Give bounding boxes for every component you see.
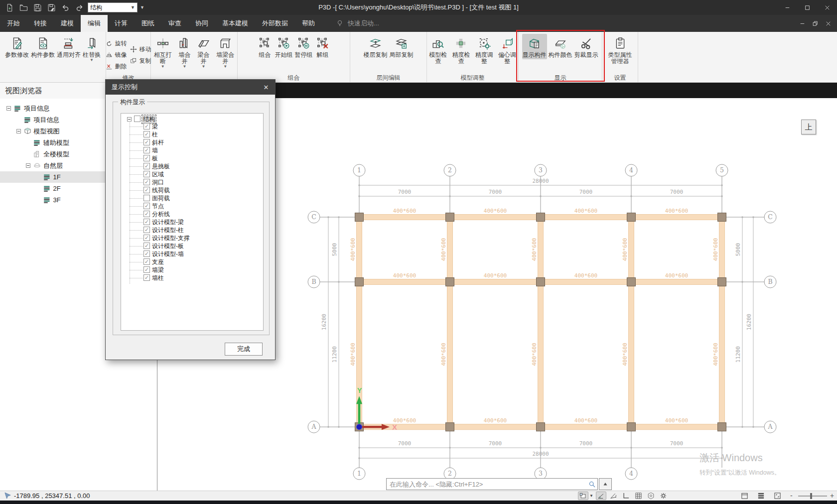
ribbon-button-墙合并[interactable]: 墙合并▼	[175, 34, 193, 70]
beam[interactable]	[447, 217, 453, 427]
dialog-tree-item-设计模型-板[interactable]: ✓设计模型-板	[121, 242, 263, 250]
settings-gear-icon[interactable]	[658, 492, 669, 500]
toolbar-options-dropdown[interactable]: ▼	[140, 5, 144, 10]
column[interactable]	[446, 423, 454, 431]
column[interactable]	[627, 213, 636, 222]
ribbon-button-暂停组[interactable]: 暂停组	[294, 34, 313, 59]
view-type-selector[interactable]: 结构 ▼	[88, 2, 138, 12]
doc-restore-icon[interactable]	[809, 18, 821, 29]
menu-tab-4[interactable]: 编辑	[81, 15, 108, 32]
dialog-tree-item-节点[interactable]: ✓节点	[121, 202, 263, 210]
checkbox-设计模型-梁[interactable]: ✓	[143, 219, 150, 225]
ribbon-button-相互打断[interactable]: 相互打断▼	[151, 34, 174, 70]
command-history-expand-button[interactable]	[599, 478, 612, 490]
ribbon-button-梁合并[interactable]: 梁合并▼	[195, 34, 213, 70]
dialog-tree-item-区域[interactable]: ✓区域	[121, 170, 263, 178]
column[interactable]	[537, 423, 545, 431]
zoom-in-button[interactable]: +	[830, 492, 834, 500]
menu-tab-9[interactable]: 基本建模	[215, 15, 255, 32]
dialog-title-bar[interactable]: 显示控制 ✕	[106, 80, 275, 95]
checkbox-悬挑板[interactable]: ✓	[143, 163, 150, 169]
selection-mode-icon[interactable]	[578, 492, 588, 500]
ribbon-button-精度调整[interactable]: 精度调整	[473, 34, 495, 66]
dialog-tree-item-设计模型-墙[interactable]: ✓设计模型-墙	[121, 250, 263, 258]
ribbon-button-开始组[interactable]: 开始组	[275, 34, 293, 59]
polar-tracking-icon[interactable]	[608, 492, 619, 500]
checkbox-分析线[interactable]: ✓	[143, 211, 150, 217]
column[interactable]	[718, 278, 726, 286]
layout-stacked-icon[interactable]	[756, 492, 766, 500]
dialog-tree-item-墙[interactable]: ✓墙	[121, 146, 263, 154]
ribbon-button-精度检查[interactable]: 精度检查	[450, 34, 472, 66]
beam[interactable]	[629, 217, 634, 427]
checkbox-墙梁[interactable]: ✓	[143, 266, 150, 273]
doc-close-icon[interactable]	[822, 18, 834, 29]
quick-launch[interactable]: 快速启动...	[336, 19, 379, 28]
ribbon-button-复制[interactable]: 复制	[130, 56, 151, 66]
menu-tab-11[interactable]: 帮助	[295, 15, 322, 32]
dialog-tree-item-设计模型-支撑[interactable]: ✓设计模型-支撑	[121, 234, 263, 242]
checkbox-墙[interactable]: ✓	[143, 147, 150, 153]
ribbon-button-显示构件[interactable]: 显示构件	[522, 34, 547, 59]
dialog-tree-root[interactable]: 结构	[121, 115, 263, 123]
dialog-tree-item-支座[interactable]: ✓支座	[121, 258, 263, 266]
beam[interactable]	[719, 217, 725, 427]
checkbox-柱[interactable]: ✓	[143, 131, 150, 137]
dialog-tree-item-梁[interactable]: ✓梁	[121, 123, 263, 130]
open-file-icon[interactable]	[18, 2, 29, 13]
collapse-minus-icon[interactable]	[26, 163, 30, 168]
dialog-tree-item-斜杆[interactable]: ✓斜杆	[121, 138, 263, 146]
dialog-tree-item-悬挑板[interactable]: ✓悬挑板	[121, 162, 263, 170]
column[interactable]	[355, 213, 364, 222]
ribbon-button-组合[interactable]: 组合	[257, 34, 274, 59]
new-file-icon[interactable]	[4, 2, 15, 13]
dialog-tree-item-柱[interactable]: ✓柱	[121, 130, 263, 138]
minimize-icon[interactable]	[777, 0, 797, 15]
checkbox-面荷载[interactable]	[143, 195, 150, 201]
view-cube-icon[interactable]	[646, 492, 656, 500]
menu-tab-2[interactable]: 转接	[27, 15, 54, 32]
ribbon-button-剪裁显示[interactable]: 剪裁显示	[574, 34, 599, 59]
done-button[interactable]: 完成	[225, 343, 263, 356]
grid-icon[interactable]	[633, 492, 644, 500]
column[interactable]	[446, 278, 454, 286]
beam[interactable]	[538, 217, 544, 427]
ribbon-button-移动[interactable]: 移动	[130, 44, 151, 55]
ribbon-button-解组[interactable]: 解组	[314, 34, 331, 59]
checkbox-设计模型-柱[interactable]: ✓	[143, 227, 150, 233]
ribbon-button-构件参数[interactable]: 构件参数	[30, 34, 55, 59]
menu-tab-6[interactable]: 图纸	[135, 15, 161, 32]
checkbox-支座[interactable]: ✓	[143, 258, 150, 265]
ribbon-button-偏心调整[interactable]: 偏心调整	[496, 34, 518, 66]
menu-tab-1[interactable]: 开始	[0, 15, 27, 32]
column[interactable]	[537, 213, 545, 222]
checkbox-区域[interactable]: ✓	[143, 171, 150, 177]
ribbon-button-参数修改[interactable]: 参数修改	[4, 34, 29, 59]
fullscreen-icon[interactable]	[772, 492, 783, 500]
ribbon-button-删除[interactable]: 删除	[106, 61, 127, 72]
column[interactable]	[718, 213, 726, 222]
redo-icon[interactable]	[74, 2, 85, 13]
ribbon-button-墙梁合并[interactable]: 墙梁合并▼	[214, 34, 237, 70]
collapse-minus-icon[interactable]	[6, 106, 11, 111]
close-icon[interactable]	[817, 0, 837, 15]
column[interactable]	[627, 423, 636, 431]
column[interactable]	[627, 278, 636, 286]
ribbon-button-局部复制[interactable]: 局部复制	[389, 34, 414, 59]
ribbon-button-镜像[interactable]: 镜像	[106, 50, 127, 60]
dialog-tree-item-板[interactable]: ✓板	[121, 154, 263, 162]
axis-icon[interactable]	[621, 492, 631, 500]
checkbox-设计模型-墙[interactable]: ✓	[143, 251, 150, 257]
menu-tab-8[interactable]: 协同	[188, 15, 215, 32]
checkbox-线荷载[interactable]: ✓	[143, 187, 150, 193]
ribbon-button-通用对齐[interactable]: 通用对齐	[56, 34, 81, 59]
ortho-icon[interactable]	[596, 492, 606, 500]
checkbox-设计模型-板[interactable]: ✓	[143, 243, 150, 249]
zoom-slider-handle[interactable]	[810, 493, 812, 499]
zoom-slider[interactable]	[798, 496, 827, 497]
ribbon-button-模型检查[interactable]: 模型检查	[427, 34, 449, 66]
dialog-tree-item-分析线[interactable]: ✓分析线	[121, 210, 263, 218]
magnifier-icon[interactable]	[586, 481, 597, 488]
ribbon-button-楼层复制[interactable]: 楼层复制	[363, 34, 388, 59]
column[interactable]	[718, 423, 726, 431]
